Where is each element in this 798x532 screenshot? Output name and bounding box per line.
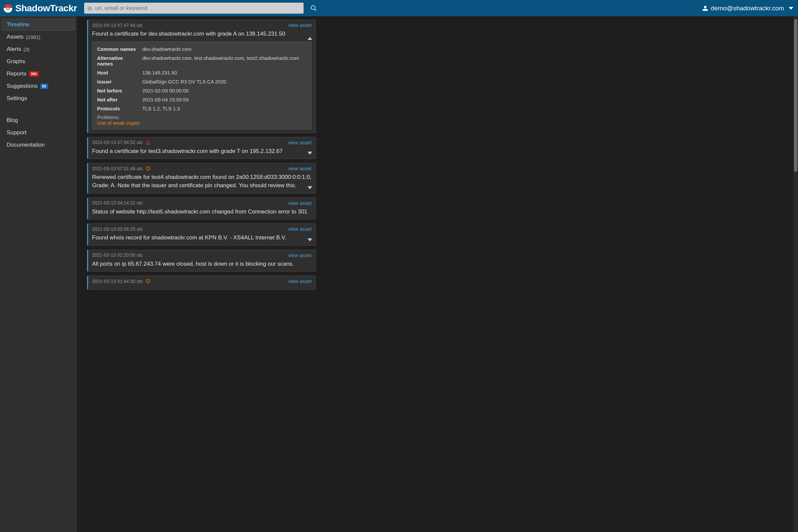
user-menu[interactable]: demo@shadowtrackr.com (702, 5, 795, 12)
sidebar-item-settings[interactable]: Settings (2, 92, 75, 104)
detail-key: Not before (97, 88, 138, 93)
detail-row: Protocols TLS 1.2, TLS 1.3 (97, 104, 307, 113)
timeline-event: 2021-03-13 07:47:44 utc view asset Found… (87, 20, 316, 133)
sidebar: Timeline Assets (1981) Alerts (3) Graphs… (0, 16, 77, 532)
sidebar-item-label: Suggestions (7, 83, 38, 90)
chevron-down-icon (307, 186, 312, 189)
expand-toggle[interactable] (307, 150, 312, 156)
detail-key: Protocols (97, 106, 138, 111)
detail-row: Host 138.145.231.50 (97, 68, 307, 77)
detail-key: Alternative names (97, 55, 138, 66)
sidebar-item-blog[interactable]: Blog (2, 114, 75, 126)
sidebar-item-label: Support (7, 129, 26, 136)
expand-toggle[interactable] (307, 185, 312, 191)
detail-value: GlobalSign GCC R3 DV TLS CA 2020 (142, 79, 307, 84)
sidebar-item-timeline[interactable]: Timeline (2, 19, 75, 31)
brand-name: ShadowTrackr (15, 3, 77, 14)
event-timestamp: 2021-03-13 02:20:50 utc (92, 252, 143, 258)
detail-value: TLS 1.2, TLS 1.3 (142, 106, 307, 111)
event-meta: 2021-03-13 04:14:22 utc view asset (92, 200, 311, 206)
sidebar-item-badge: 82 (40, 83, 48, 89)
chevron-up-icon (307, 37, 312, 40)
detail-key: Common names (97, 46, 138, 52)
timeline-event: 2021-03-13 04:14:22 utc view asset Statu… (87, 197, 316, 220)
svg-line-1 (315, 9, 317, 11)
view-asset-link[interactable]: view asset (288, 278, 311, 284)
svg-point-9 (148, 282, 148, 283)
event-title: Found a certificate for dev.shadowtrackr… (92, 30, 311, 38)
chevron-down-icon (789, 7, 793, 10)
detail-row: Common names dev.shadowtrackr.com (97, 44, 307, 54)
sidebar-item-label: Alerts (7, 46, 21, 53)
event-meta: 2021-03-13 07:31:46 utc view asset (92, 166, 311, 171)
sidebar-item-support[interactable]: Support (2, 127, 75, 139)
alert-triangle-icon (146, 140, 151, 145)
event-meta: 2021-03-13 02:20:50 utc view asset (92, 252, 311, 258)
search-button[interactable] (306, 5, 321, 12)
view-asset-link[interactable]: view asset (288, 226, 311, 232)
sidebar-item-suggestions[interactable]: Suggestions 82 (2, 80, 75, 92)
topbar: ShadowTrackr demo@shadowtrackr.com (0, 0, 798, 16)
event-title: Status of website http://test5.shadowtra… (92, 208, 311, 216)
view-asset-link[interactable]: view asset (288, 252, 311, 258)
view-asset-link[interactable]: view asset (288, 140, 311, 145)
user-icon (702, 5, 708, 11)
sidebar-item-label: Assets (7, 34, 24, 40)
svg-point-6 (148, 170, 148, 170)
page-scrollbar[interactable] (793, 16, 798, 532)
sidebar-item-badge: 392 (29, 71, 39, 77)
scrollbar-thumb[interactable] (794, 19, 797, 172)
sidebar-item-label: Graphs (7, 58, 25, 65)
detail-value: 2021-05-04 23:59:59 (142, 97, 307, 102)
sidebar-item-label: Documentation (7, 141, 44, 148)
sidebar-item-assets[interactable]: Assets (1981) (2, 31, 75, 43)
view-asset-link[interactable]: view asset (288, 200, 311, 206)
warning-circle-icon (146, 166, 151, 171)
detail-key: Not after (97, 97, 138, 102)
sidebar-item-alerts[interactable]: Alerts (3) (2, 43, 75, 55)
detail-value: 2021-02-03 00:00:00 (142, 88, 307, 93)
event-timestamp: 2021-03-13 01:44:30 utc (92, 279, 143, 284)
detail-key: Host (97, 70, 138, 75)
sidebar-item-label: Reports (7, 71, 26, 77)
sidebar-item-label: Blog (7, 117, 18, 124)
search-input[interactable] (84, 3, 304, 14)
timeline-event: 2021-03-13 01:44:30 utc view asset (87, 276, 316, 290)
timeline-event: 2021-03-13 03:06:25 utc view asset Found… (87, 224, 316, 246)
problem-item[interactable]: Use of weak crypto (97, 120, 307, 126)
sidebar-item-reports[interactable]: Reports 392 (2, 68, 75, 80)
svg-point-3 (148, 144, 148, 144)
brand-logo-icon (3, 4, 13, 13)
timeline-event: 2021-03-13 07:31:46 utc view asset Renew… (87, 163, 316, 193)
event-details: Common names dev.shadowtrackr.com Altern… (92, 41, 311, 129)
brand[interactable]: ShadowTrackr (0, 3, 80, 14)
event-title: Found a certificate for test3.shadowtrac… (92, 147, 311, 156)
view-asset-link[interactable]: view asset (288, 22, 311, 28)
event-meta: 2021-03-13 01:44:30 utc view asset (92, 278, 311, 284)
event-title: All ports on ip 65.67.243.74 were closed… (92, 260, 311, 268)
search-icon (310, 5, 317, 12)
search-wrap (84, 3, 304, 14)
chevron-down-icon (307, 239, 312, 241)
sidebar-item-count: (3) (23, 46, 29, 52)
event-timestamp: 2021-03-13 04:14:22 utc (92, 200, 143, 206)
expand-toggle[interactable] (307, 237, 312, 243)
timeline-main: 2021-03-13 07:47:44 utc view asset Found… (77, 16, 798, 532)
detail-key: Issuer (97, 79, 138, 84)
timeline-event: 2021-03-13 07:34:52 utc view asset Found… (87, 137, 316, 159)
sidebar-item-label: Settings (7, 95, 27, 102)
user-email: demo@shadowtrackr.com (711, 5, 784, 12)
sidebar-item-graphs[interactable]: Graphs (2, 56, 75, 68)
event-meta: 2021-03-13 07:47:44 utc view asset (92, 22, 311, 28)
sidebar-item-label: Timeline (7, 21, 30, 28)
collapse-toggle[interactable] (307, 35, 312, 41)
sidebar-item-documentation[interactable]: Documentation (2, 139, 75, 151)
event-meta: 2021-03-13 07:34:52 utc view asset (92, 140, 311, 145)
view-asset-link[interactable]: view asset (288, 166, 311, 171)
event-timestamp: 2021-03-13 03:06:25 utc (92, 226, 143, 232)
detail-row: Issuer GlobalSign GCC R3 DV TLS CA 2020 (97, 77, 307, 86)
detail-row: Alternative names dev.shadowtrackr.com, … (97, 54, 307, 68)
svg-point-0 (311, 6, 315, 10)
event-title: Found whois record for shadowtrackr.com … (92, 234, 311, 242)
sidebar-item-count: (1981) (26, 34, 40, 40)
